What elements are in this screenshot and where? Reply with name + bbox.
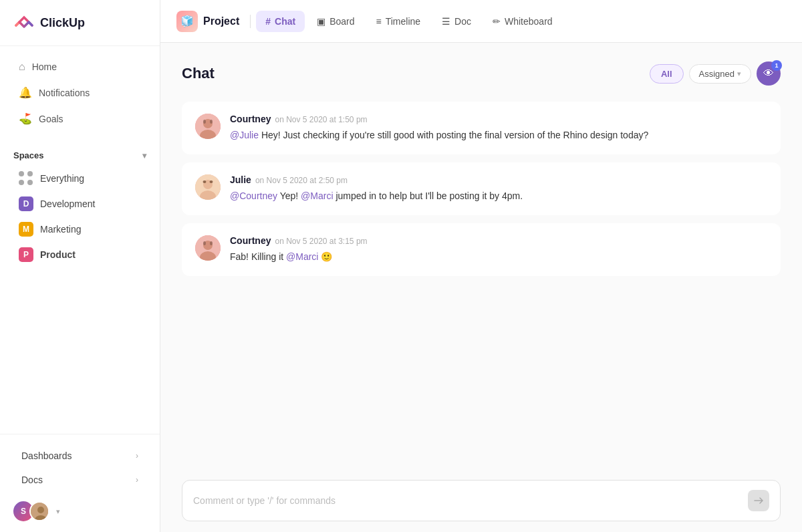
msg-3-body1: Fab! Killing it <box>230 251 286 262</box>
send-icon <box>753 495 764 506</box>
msg-3-time: on Nov 5 2020 at 3:15 pm <box>275 237 367 246</box>
sidebar-item-notifications[interactable]: 🔔 Notifications <box>5 80 154 106</box>
filter-assigned-button[interactable]: Assigned ▾ <box>689 64 751 84</box>
tab-chat[interactable]: # Chat <box>256 11 305 32</box>
msg-3-header: Courtney on Nov 5 2020 at 3:15 pm <box>230 235 767 246</box>
msg-1-content: Courtney on Nov 5 2020 at 1:50 pm @Julie… <box>230 114 767 142</box>
doc-icon: ☰ <box>442 16 450 27</box>
sidebar-item-notifications-label: Notifications <box>39 88 90 98</box>
sidebar-item-docs[interactable]: Docs › <box>13 469 146 491</box>
tab-doc[interactable]: ☰ Doc <box>432 11 481 32</box>
chat-area: Chat All Assigned ▾ 👁 1 <box>160 43 802 469</box>
courtney-face-icon-2 <box>195 235 221 261</box>
main-nav: ⌂ Home 🔔 Notifications ⛳ Goals <box>0 46 160 140</box>
tab-timeline[interactable]: ≡ Timeline <box>367 11 430 32</box>
sidebar-item-product-label: Product <box>40 249 76 260</box>
courtney-face-icon <box>195 114 221 139</box>
msg-1-text: @Julie Hey! Just checking if you're stil… <box>230 128 767 142</box>
hash-icon: # <box>265 16 271 27</box>
sidebar: ClickUp ⌂ Home 🔔 Notifications ⛳ Goals S… <box>0 0 160 532</box>
user-face-icon <box>31 503 49 521</box>
msg-1-body: Hey! Just checking if you're still good … <box>261 130 648 140</box>
filter-all-button[interactable]: All <box>650 64 684 84</box>
sidebar-item-goals[interactable]: ⛳ Goals <box>5 106 154 132</box>
message-3: Courtney on Nov 5 2020 at 3:15 pm Fab! K… <box>182 223 781 276</box>
send-button[interactable] <box>748 490 769 511</box>
watch-button[interactable]: 👁 1 <box>757 61 781 86</box>
msg-3-content: Courtney on Nov 5 2020 at 3:15 pm Fab! K… <box>230 235 767 264</box>
filter-assigned-label: Assigned <box>699 69 734 79</box>
messages-list: Courtney on Nov 5 2020 at 1:50 pm @Julie… <box>182 102 781 469</box>
avatar-courtney-1 <box>195 114 221 139</box>
chevron-right-icon: › <box>136 451 138 460</box>
trophy-icon: ⛳ <box>19 112 32 125</box>
avatar-user <box>29 501 49 521</box>
message-1: Courtney on Nov 5 2020 at 1:50 pm @Julie… <box>182 102 781 154</box>
svg-point-12 <box>210 180 213 183</box>
tab-chat-label: Chat <box>275 16 295 27</box>
sidebar-item-marketing-label: Marketing <box>40 224 81 235</box>
svg-point-16 <box>203 241 206 245</box>
tab-board-label: Board <box>329 16 354 27</box>
tab-whiteboard[interactable]: ✏ Whiteboard <box>483 11 562 32</box>
msg-2-author: Julie <box>230 174 251 185</box>
chevron-filter-icon: ▾ <box>737 70 741 78</box>
user-avatars: S <box>13 501 49 521</box>
sidebar-bottom: Dashboards › Docs › S ▾ <box>0 434 160 532</box>
msg-2-body1: Yep! <box>280 190 301 201</box>
sidebar-item-dashboards[interactable]: Dashboards › <box>13 445 146 467</box>
sidebar-item-marketing[interactable]: M Marketing <box>5 217 154 242</box>
sidebar-item-everything[interactable]: Everything <box>5 166 154 191</box>
home-icon: ⌂ <box>19 61 25 73</box>
timeline-icon: ≡ <box>376 16 382 27</box>
clickup-logo-icon <box>13 12 35 33</box>
tab-whiteboard-label: Whiteboard <box>505 16 553 27</box>
comment-box[interactable]: Comment or type '/' for commands <box>182 480 781 521</box>
whiteboard-icon: ✏ <box>493 16 501 27</box>
bell-icon: 🔔 <box>19 86 32 99</box>
sidebar-item-product[interactable]: P Product <box>5 242 154 267</box>
msg-2-header: Julie on Nov 5 2020 at 2:50 pm <box>230 174 767 185</box>
sidebar-item-development[interactable]: D Development <box>5 191 154 217</box>
product-badge: P <box>19 247 33 262</box>
sidebar-item-development-label: Development <box>40 198 96 209</box>
chevron-down-user[interactable]: ▾ <box>56 507 60 516</box>
msg-2-time: on Nov 5 2020 at 2:50 pm <box>255 176 348 185</box>
chevron-down-icon: ▾ <box>142 151 146 160</box>
marketing-badge: M <box>19 222 33 237</box>
project-name: Project <box>203 15 239 27</box>
sidebar-item-docs-label: Docs <box>21 475 43 485</box>
tab-doc-label: Doc <box>454 16 471 27</box>
tab-board[interactable]: ▣ Board <box>307 11 364 32</box>
watch-notification-badge: 1 <box>771 60 782 71</box>
msg-3-emoji: 🙂 <box>321 251 332 262</box>
message-2: Julie on Nov 5 2020 at 2:50 pm @Courtney… <box>182 162 781 215</box>
everything-icon <box>19 171 33 186</box>
msg-1-header: Courtney on Nov 5 2020 at 1:50 pm <box>230 114 767 124</box>
msg-3-text: Fab! Killing it @Marci 🙂 <box>230 250 767 264</box>
main-content: 🧊 Project # Chat ▣ Board ≡ Timeline ☰ Do… <box>160 0 802 532</box>
sidebar-item-home[interactable]: ⌂ Home <box>5 54 154 80</box>
msg-2-mention1: @Courtney <box>230 190 277 201</box>
msg-2-body2: jumped in to help but I'll be posting it… <box>336 190 523 201</box>
user-area: S ▾ <box>13 501 146 521</box>
spaces-label: Spaces <box>13 150 44 160</box>
msg-1-mention: @Julie <box>230 130 259 140</box>
chevron-right-icon-docs: › <box>136 475 138 485</box>
comment-input-area: Comment or type '/' for commands <box>160 469 802 532</box>
sidebar-item-home-label: Home <box>32 61 57 72</box>
svg-point-7 <box>210 120 213 124</box>
development-badge: D <box>19 196 33 211</box>
chat-header: Chat All Assigned ▾ 👁 1 <box>182 61 781 86</box>
svg-point-17 <box>210 241 213 245</box>
spaces-header[interactable]: Spaces ▾ <box>0 145 160 166</box>
msg-2-text: @Courtney Yep! @Marci jumped in to help … <box>230 189 767 203</box>
svg-point-11 <box>203 180 207 183</box>
chat-filters: All Assigned ▾ 👁 1 <box>650 61 781 86</box>
sidebar-item-dashboards-label: Dashboards <box>21 450 72 461</box>
svg-point-6 <box>203 120 206 124</box>
chat-title: Chat <box>182 65 215 82</box>
logo-area: ClickUp <box>0 0 160 46</box>
board-icon: ▣ <box>317 16 325 27</box>
msg-1-author: Courtney <box>230 114 271 124</box>
